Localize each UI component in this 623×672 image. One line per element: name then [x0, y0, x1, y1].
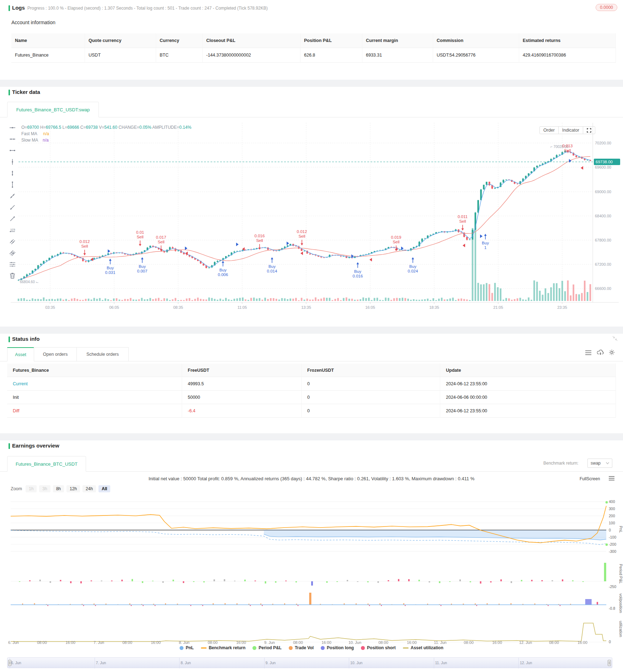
- svg-text:Sell: Sell: [158, 240, 164, 244]
- tab-futures-binance-btc-usdt-swap[interactable]: Futures_Binance_BTC_USDT:swap: [7, 102, 99, 117]
- asset-cell: -6.4: [182, 404, 302, 418]
- chart-navigator[interactable]: 6. Jun7. Jun8. Jun9. Jun10. Jun11. Jun12…: [7, 657, 612, 668]
- earnings-xaxis-label: 16:00: [60, 640, 80, 645]
- earnings-legend: PnLBenchmark returnPeriod P&LTrade VolPo…: [0, 645, 623, 650]
- svg-text:08:35: 08:35: [173, 305, 183, 309]
- navigator-right-handle[interactable]: [608, 660, 611, 666]
- svg-text:69738.00: 69738.00: [596, 160, 613, 164]
- earnings-xaxis-label: 16:00: [573, 640, 592, 645]
- zoom-option-3h[interactable]: 3h: [39, 485, 50, 492]
- account-col-header: Current margin: [362, 33, 433, 48]
- legend-item-asset-utilization[interactable]: Asset utilization: [403, 645, 443, 650]
- svg-text:68400.00: 68400.00: [595, 214, 611, 218]
- backtest-results-page: Logs Progress : 100.0 % - Elapsed (secon…: [0, 0, 623, 672]
- svg-text:69600.00: 69600.00: [595, 165, 611, 169]
- legend-label: Position short: [367, 645, 396, 650]
- svg-text:Buy: Buy: [409, 264, 416, 269]
- navigator-gridline: [349, 658, 349, 668]
- svg-text:200: 200: [609, 514, 615, 518]
- svg-text:0: 0: [609, 640, 611, 644]
- tab-open-orders[interactable]: Open orders: [34, 347, 77, 361]
- asset-col-header: Update: [440, 364, 616, 377]
- tab-asset[interactable]: Asset: [7, 347, 34, 361]
- status-title: Status info: [12, 336, 40, 342]
- buy-marker: Buy0.016: [353, 262, 363, 278]
- legend-item-position-short[interactable]: Position short: [361, 645, 396, 650]
- legend-item-benchmark-return[interactable]: Benchmark return: [201, 645, 245, 650]
- benchmark-return-value: swap: [591, 461, 601, 466]
- asset-row-label[interactable]: Current: [7, 377, 182, 391]
- earnings-xaxis-label: 12. Jun: [516, 640, 536, 645]
- account-cell: BTC: [156, 48, 203, 63]
- svg-text:67200.00: 67200.00: [595, 262, 611, 266]
- earnings-xaxis-label: 10. Jun: [345, 640, 365, 645]
- svg-text:Sell: Sell: [81, 244, 88, 248]
- svg-text:Sell: Sell: [298, 234, 305, 238]
- svg-text:1: 1: [484, 245, 486, 250]
- earnings-xaxis-label: 11. Jun: [430, 640, 450, 645]
- log-list-icon[interactable]: [585, 350, 591, 355]
- legend-item-trade-vol[interactable]: Trade Vol: [289, 645, 314, 650]
- navigator-label: 11. Jun: [435, 661, 447, 665]
- zoom-option-12h[interactable]: 12h: [66, 485, 80, 492]
- sell-marker: 0.017Sell: [156, 235, 166, 251]
- section-accent-bar: [9, 5, 10, 11]
- asset-cell: 0: [302, 404, 440, 418]
- benchmark-return-select[interactable]: swap: [587, 459, 612, 468]
- asset-cell: 0: [302, 391, 440, 404]
- fullscreen-button[interactable]: FullScreen: [580, 476, 600, 481]
- svg-text:0.012: 0.012: [80, 239, 90, 244]
- section-accent-bar: [9, 90, 10, 95]
- settings-gear-icon[interactable]: [609, 349, 615, 355]
- chart-menu-icon[interactable]: [609, 476, 614, 481]
- asset-cell: 2024-06-06 00:00:00: [440, 391, 616, 404]
- navigator-label: 12. Jun: [520, 661, 532, 665]
- svg-text:Sell: Sell: [256, 238, 263, 243]
- svg-text:0: 0: [609, 528, 611, 532]
- account-cell: USDT:54.29056776: [433, 48, 519, 63]
- account-col-header: Commission: [433, 33, 519, 48]
- sell-marker: 0.019Sell: [391, 235, 401, 251]
- buy-marker: Buy1: [482, 234, 489, 250]
- candlestick-chart[interactable]: 70200.0069600.0069000.0068400.0067800.00…: [0, 119, 623, 322]
- earnings-xaxis-label: 08:00: [459, 640, 479, 645]
- buy-marker: Buy0.007: [137, 257, 148, 273]
- asset-cell: 2024-06-12 23:55:00: [440, 377, 616, 391]
- sell-marker: 0.012Sell: [297, 229, 307, 245]
- svg-text:100: 100: [609, 521, 615, 525]
- navigator-left-handle[interactable]: [8, 660, 11, 666]
- tab-futures-binance-btc-usdt[interactable]: Futures_Binance_BTC_USDT: [7, 456, 86, 472]
- account-col-header: Position P&L: [300, 33, 362, 48]
- svg-text:0.013: 0.013: [563, 144, 573, 148]
- buy-marker: Buy0.006: [218, 261, 228, 277]
- earnings-xaxis-label: 08:00: [544, 640, 564, 645]
- asset-col-header: FrozenUSDT: [302, 364, 440, 377]
- asset-row-label: Init: [7, 391, 182, 404]
- zoom-option-1h[interactable]: 1h: [26, 485, 37, 492]
- logs-title: Logs: [12, 5, 25, 11]
- svg-text:21:05: 21:05: [493, 305, 503, 309]
- legend-label: Asset utilization: [411, 645, 443, 650]
- zoom-option-24h[interactable]: 24h: [82, 485, 96, 492]
- earnings-chart[interactable]: 4003002001000-100-200-300PnL-250Period P…: [0, 494, 623, 646]
- navigator-gridline: [518, 658, 519, 668]
- svg-text:0.017: 0.017: [156, 235, 166, 239]
- earnings-xaxis-label: 16:00: [487, 640, 507, 645]
- legend-item-position-long[interactable]: Position long: [321, 645, 354, 650]
- legend-item-period-p-l[interactable]: Period P&L: [252, 645, 282, 650]
- collapse-section-icon[interactable]: [612, 336, 618, 341]
- zoom-control: Zoom 1h3h8h12h24hAll: [11, 485, 113, 492]
- svg-text:0.014: 0.014: [267, 269, 277, 273]
- legend-dot-icon: [289, 646, 293, 650]
- legend-item-pnl[interactable]: PnL: [180, 645, 194, 650]
- earnings-xaxis-label: 6. Jun: [4, 640, 23, 645]
- zoom-option-8h[interactable]: 8h: [53, 485, 64, 492]
- cloud-download-icon[interactable]: [597, 350, 604, 355]
- earnings-xaxis-label: 16:00: [146, 640, 166, 645]
- tab-schedule-orders[interactable]: Schedule orders: [76, 347, 129, 361]
- legend-dot-icon: [361, 646, 365, 650]
- zoom-buttons: 1h3h8h12h24hAll: [26, 485, 113, 492]
- zoom-option-all[interactable]: All: [98, 485, 110, 492]
- svg-text:Buy: Buy: [482, 241, 489, 245]
- sell-marker: 0.011Sell: [458, 215, 468, 231]
